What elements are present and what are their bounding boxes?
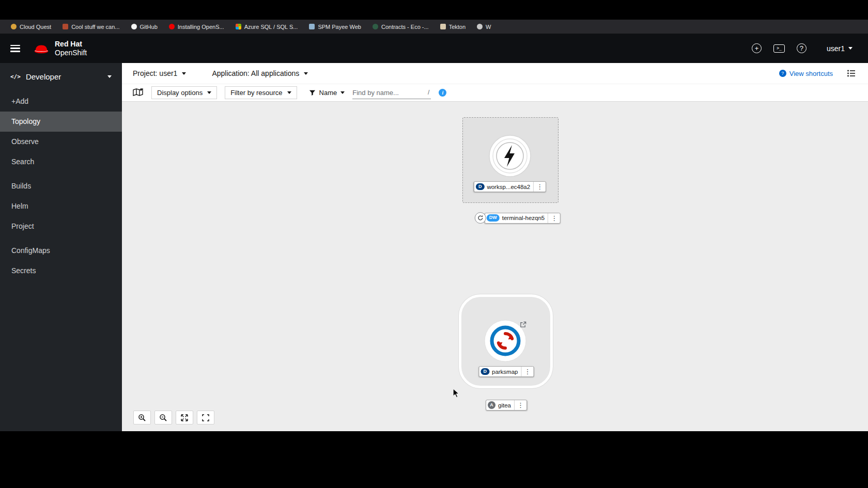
- find-by-name-search: /: [352, 87, 431, 99]
- view-shortcuts-label: View shortcuts: [789, 70, 833, 77]
- nav-list: +Add Topology Observe Search Builds Helm…: [0, 91, 122, 281]
- parksmap-node-label[interactable]: D parksmap ⋮: [479, 366, 534, 377]
- brand-red-hat: Red Hat: [55, 40, 87, 49]
- workspace-node-label[interactable]: D worksp...ec48a2 ⋮: [474, 181, 546, 192]
- sidebar-item-helm[interactable]: Helm: [0, 196, 122, 216]
- topology-map-icon[interactable]: [133, 88, 144, 98]
- search-input[interactable]: [352, 89, 417, 97]
- project-dropdown-label: Project: user1: [133, 69, 177, 77]
- zoom-out-button[interactable]: [154, 411, 172, 424]
- letterbox-bottom: [0, 431, 868, 488]
- bookmark-label: Azure SQL / SQL S...: [244, 24, 298, 30]
- kebab-menu-icon[interactable]: ⋮: [514, 400, 526, 410]
- bookmark-azure-sql[interactable]: Azure SQL / SQL S...: [230, 20, 304, 34]
- sidebar-item-configmaps[interactable]: ConfigMaps: [0, 241, 122, 261]
- chevron-down-icon: [848, 47, 853, 50]
- microsoft-favicon: [236, 24, 241, 29]
- mouse-cursor: [453, 388, 459, 400]
- gitea-node-label[interactable]: A gitea ⋮: [486, 400, 527, 411]
- sidebar-item-project[interactable]: Project: [0, 216, 122, 237]
- resource-kind-badge: DW: [487, 214, 500, 222]
- masthead: Red Hat OpenShift + >_ ? user1: [0, 34, 868, 63]
- sidebar-item-secrets[interactable]: Secrets: [0, 261, 122, 281]
- zoom-in-button[interactable]: [133, 411, 151, 424]
- user-menu[interactable]: user1: [827, 44, 853, 53]
- name-filter-dropdown[interactable]: Name: [309, 89, 345, 97]
- bookmark-installing-openshift[interactable]: Installing OpenS...: [163, 20, 230, 34]
- node-label-text: gitea: [495, 402, 514, 408]
- chevron-down-icon: [340, 91, 345, 94]
- node-label-text: terminal-hezqn5: [500, 215, 548, 221]
- chevron-down-icon: [182, 72, 186, 75]
- developer-code-icon: </>: [10, 73, 21, 80]
- web-terminal-icon[interactable]: >_: [773, 44, 785, 53]
- topology-canvas[interactable]: D worksp...ec48a2 ⋮ DW terminal-hezqn5 ⋮: [122, 102, 868, 431]
- bookmark-github[interactable]: GitHub: [126, 20, 163, 34]
- bookmark-tekton[interactable]: Tekton: [435, 20, 471, 34]
- context-bar: Project: user1 Application: All applicat…: [122, 63, 868, 84]
- folder-favicon: [63, 24, 68, 29]
- display-options-dropdown[interactable]: Display options: [151, 86, 217, 99]
- project-dropdown[interactable]: Project: user1: [133, 69, 186, 77]
- menu-toggle-icon[interactable]: [10, 45, 20, 52]
- context-bar-right: ? View shortcuts: [779, 70, 856, 77]
- screen: Cloud Quest Cool stuff we can... GitHub …: [0, 0, 868, 488]
- bookmark-label: GitHub: [140, 24, 158, 30]
- resource-kind-badge: D: [476, 183, 485, 191]
- quick-create-icon[interactable]: +: [752, 43, 762, 53]
- bookmark-cloud-quest[interactable]: Cloud Quest: [5, 20, 57, 34]
- filter-by-resource-dropdown[interactable]: Filter by resource: [225, 86, 297, 99]
- sidebar-item-add[interactable]: +Add: [0, 91, 122, 112]
- slash-shortcut-hint: /: [428, 89, 431, 96]
- sidebar-nav: </> Developer +Add Topology Observe Sear…: [0, 63, 122, 431]
- main-content: Project: user1 Application: All applicat…: [122, 63, 868, 431]
- brand-openshift: OpenShift: [55, 49, 87, 57]
- kebab-menu-icon[interactable]: ⋮: [521, 367, 534, 376]
- spm-favicon: [309, 24, 315, 29]
- perspective-label: Developer: [26, 72, 61, 81]
- kebab-menu-icon[interactable]: ⋮: [533, 182, 546, 192]
- perspective-switcher[interactable]: </> Developer: [0, 63, 122, 87]
- node-label-text: worksp...ec48a2: [484, 184, 533, 190]
- info-icon[interactable]: i: [439, 89, 446, 97]
- openshift-favicon: [169, 24, 175, 29]
- sync-decorator-icon[interactable]: [475, 212, 486, 224]
- bookmark-label: Cloud Quest: [20, 24, 51, 30]
- terminal-node-label[interactable]: DW terminal-hezqn5 ⋮: [485, 213, 561, 224]
- sidebar-item-search[interactable]: Search: [0, 152, 122, 172]
- bookmark-w[interactable]: W: [471, 20, 497, 34]
- github-favicon: [131, 24, 137, 29]
- brand-logo[interactable]: Red Hat OpenShift: [33, 40, 87, 57]
- legend-list-icon[interactable]: [847, 70, 856, 77]
- bookmark-cool-stuff[interactable]: Cool stuff we can...: [57, 20, 125, 34]
- resource-kind-badge: D: [481, 368, 490, 375]
- workspace-node[interactable]: [488, 134, 532, 178]
- sidebar-item-builds[interactable]: Builds: [0, 176, 122, 196]
- view-shortcuts-link[interactable]: ? View shortcuts: [779, 70, 833, 77]
- sidebar-item-topology[interactable]: Topology: [0, 112, 122, 132]
- user-name: user1: [827, 44, 845, 53]
- chevron-down-icon: [287, 91, 291, 94]
- external-link-icon[interactable]: [520, 321, 526, 330]
- display-options-label: Display options: [157, 89, 203, 97]
- help-icon[interactable]: ?: [797, 43, 807, 53]
- canvas-controls: [133, 411, 214, 424]
- brand-text: Red Hat OpenShift: [55, 40, 87, 57]
- reset-view-button[interactable]: [197, 411, 214, 424]
- application-dropdown[interactable]: Application: All applications: [212, 69, 308, 77]
- sidebar-item-observe[interactable]: Observe: [0, 132, 122, 152]
- browser-bookmarks-bar: Cloud Quest Cool stuff we can... GitHub …: [0, 20, 868, 34]
- fit-to-screen-button[interactable]: [176, 411, 193, 424]
- bookmark-spm-payee[interactable]: SPM Payee Web: [303, 20, 367, 34]
- bookmark-contracts[interactable]: Contracts - Eco -...: [367, 20, 435, 34]
- resource-kind-badge: A: [488, 401, 495, 409]
- chevron-down-icon: [207, 91, 211, 94]
- bookmark-label: Cool stuff we can...: [71, 24, 119, 30]
- cloud-quest-favicon: [11, 24, 17, 29]
- globe-favicon: [477, 24, 483, 29]
- kebab-menu-icon[interactable]: ⋮: [548, 213, 560, 223]
- topology-toolbar: Display options Filter by resource Name …: [122, 84, 868, 102]
- bookmark-label: Installing OpenS...: [178, 24, 224, 30]
- contracts-favicon: [373, 24, 378, 29]
- node-label-text: parksmap: [489, 369, 521, 375]
